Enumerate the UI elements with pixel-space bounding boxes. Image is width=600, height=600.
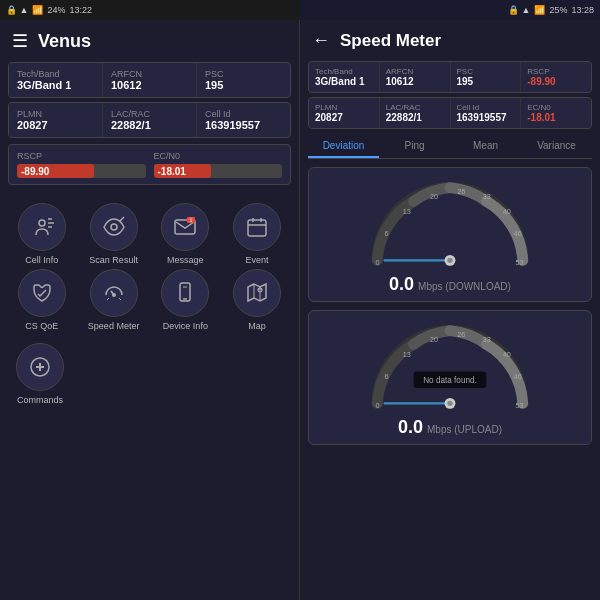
- svg-point-0: [39, 220, 45, 226]
- right-header: ← Speed Meter: [300, 20, 600, 61]
- cs-qoe-icon: [18, 269, 66, 317]
- svg-text:20: 20: [430, 192, 438, 201]
- svg-point-1: [111, 224, 117, 230]
- lac-rac-value: 22882/1: [111, 119, 188, 131]
- rscp-bar-label: RSCP: [17, 151, 146, 161]
- r-lac-rac-cell: LAC/RAC 22882/1: [380, 98, 450, 128]
- svg-point-25: [447, 258, 452, 263]
- tab-ping[interactable]: Ping: [379, 135, 450, 158]
- status-bar-right: 🔒 ▲ 📶 25% 13:28: [300, 0, 600, 20]
- message-icon: 1: [161, 203, 209, 251]
- message-label: Message: [167, 255, 204, 265]
- plmn-cell: PLMN 20827: [9, 103, 102, 137]
- r-rscp-label: RSCP: [527, 67, 585, 76]
- arfcn-cell: ARFCN 10612: [103, 63, 196, 97]
- right-info-grid-1: Tech/Band 3G/Band 1 ARFCN 10612 PSC 195 …: [308, 61, 592, 93]
- r-ecno-value: -18.01: [527, 112, 585, 123]
- r-lac-rac-value: 22882/1: [386, 112, 444, 123]
- back-icon[interactable]: ←: [312, 30, 330, 51]
- map-icon: [233, 269, 281, 317]
- icon-grid: Cell Info Scan Result: [0, 195, 299, 339]
- svg-text:6: 6: [385, 372, 389, 381]
- svg-text:46: 46: [514, 372, 522, 381]
- psc-value: 195: [205, 79, 282, 91]
- cell-info-button[interactable]: Cell Info: [8, 203, 76, 265]
- left-signal: 📶: [32, 5, 43, 15]
- upload-value-row: 0.0 Mbps (UPLOAD): [398, 417, 502, 438]
- r-psc-value: 195: [457, 76, 515, 87]
- svg-text:26: 26: [457, 330, 465, 339]
- event-button[interactable]: Event: [223, 203, 291, 265]
- left-battery: 24%: [47, 5, 65, 15]
- arfcn-label: ARFCN: [111, 69, 188, 79]
- svg-text:0: 0: [375, 401, 379, 410]
- hamburger-icon[interactable]: ☰: [12, 30, 28, 52]
- main-container: ☰ Venus Tech/Band 3G/Band 1 ARFCN 10612 …: [0, 20, 600, 600]
- right-icons: 🔒 ▲: [508, 5, 530, 15]
- cell-id-value: 163919557: [205, 119, 282, 131]
- device-info-icon: [161, 269, 209, 317]
- r-tech-band-label: Tech/Band: [315, 67, 373, 76]
- svg-text:No data found.: No data found.: [423, 376, 477, 385]
- svg-rect-5: [248, 220, 266, 236]
- tab-variance[interactable]: Variance: [521, 135, 592, 158]
- event-icon: [233, 203, 281, 251]
- rscp-bar-value: -89.90: [21, 166, 49, 177]
- cell-id-label: Cell Id: [205, 109, 282, 119]
- r-ecno-label: EC/N0: [527, 103, 585, 112]
- scan-result-label: Scan Result: [89, 255, 138, 265]
- r-plmn-label: PLMN: [315, 103, 373, 112]
- tech-band-value: 3G/Band 1: [17, 79, 94, 91]
- svg-point-6: [112, 293, 116, 297]
- plmn-value: 20827: [17, 119, 94, 131]
- lac-rac-cell: LAC/RAC 22882/1: [103, 103, 196, 137]
- info-grid-1: Tech/Band 3G/Band 1 ARFCN 10612 PSC 195: [8, 62, 291, 98]
- speed-meter-label: Speed Meter: [88, 321, 140, 331]
- right-panel: ← Speed Meter Tech/Band 3G/Band 1 ARFCN …: [300, 20, 600, 600]
- svg-text:40: 40: [503, 350, 511, 359]
- svg-text:40: 40: [503, 207, 511, 216]
- device-info-button[interactable]: Device Info: [152, 269, 220, 331]
- svg-text:13: 13: [403, 350, 411, 359]
- upload-unit: Mbps (UPLOAD): [427, 424, 502, 435]
- info-grid-2: PLMN 20827 LAC/RAC 22882/1 Cell Id 16391…: [8, 102, 291, 138]
- psc-label: PSC: [205, 69, 282, 79]
- tab-mean[interactable]: Mean: [450, 135, 521, 158]
- commands-label: Commands: [17, 395, 63, 405]
- speed-meter-icon: [90, 269, 138, 317]
- r-arfcn-cell: ARFCN 10612: [380, 62, 450, 92]
- r-ecno-cell: EC/N0 -18.01: [521, 98, 591, 128]
- svg-text:26: 26: [457, 187, 465, 196]
- tab-deviation[interactable]: Deviation: [308, 135, 379, 158]
- map-button[interactable]: Map: [223, 269, 291, 331]
- plmn-label: PLMN: [17, 109, 94, 119]
- device-info-label: Device Info: [163, 321, 208, 331]
- svg-text:1: 1: [190, 217, 193, 223]
- commands-button[interactable]: Commands: [8, 339, 72, 413]
- svg-text:46: 46: [514, 229, 522, 238]
- svg-text:0: 0: [375, 258, 379, 267]
- right-time: 13:28: [571, 5, 594, 15]
- rscp-track: -89.90: [17, 164, 146, 178]
- event-label: Event: [246, 255, 269, 265]
- message-button[interactable]: 1 Message: [152, 203, 220, 265]
- rscp-bar: RSCP -89.90: [17, 151, 146, 178]
- r-psc-label: PSC: [457, 67, 515, 76]
- ecno-bar-value: -18.01: [158, 166, 186, 177]
- speed-meter-button[interactable]: Speed Meter: [80, 269, 148, 331]
- r-plmn-value: 20827: [315, 112, 373, 123]
- lac-rac-label: LAC/RAC: [111, 109, 188, 119]
- left-panel: ☰ Venus Tech/Band 3G/Band 1 ARFCN 10612 …: [0, 20, 300, 600]
- upload-speedometer: 0 6 13 20 26 33 40 46 53 No data found. …: [308, 310, 592, 445]
- scan-result-button[interactable]: Scan Result: [80, 203, 148, 265]
- cs-qoe-button[interactable]: CS QoE: [8, 269, 76, 331]
- cell-info-label: Cell Info: [25, 255, 58, 265]
- upload-value: 0.0: [398, 417, 423, 438]
- svg-point-39: [447, 401, 452, 406]
- r-lac-rac-label: LAC/RAC: [386, 103, 444, 112]
- speed-meter-title: Speed Meter: [340, 31, 441, 51]
- svg-text:53: 53: [515, 401, 523, 410]
- svg-text:53: 53: [515, 258, 523, 267]
- download-unit: Mbps (DOWNLOAD): [418, 281, 511, 292]
- upload-gauge-svg: 0 6 13 20 26 33 40 46 53 No data found.: [350, 317, 550, 417]
